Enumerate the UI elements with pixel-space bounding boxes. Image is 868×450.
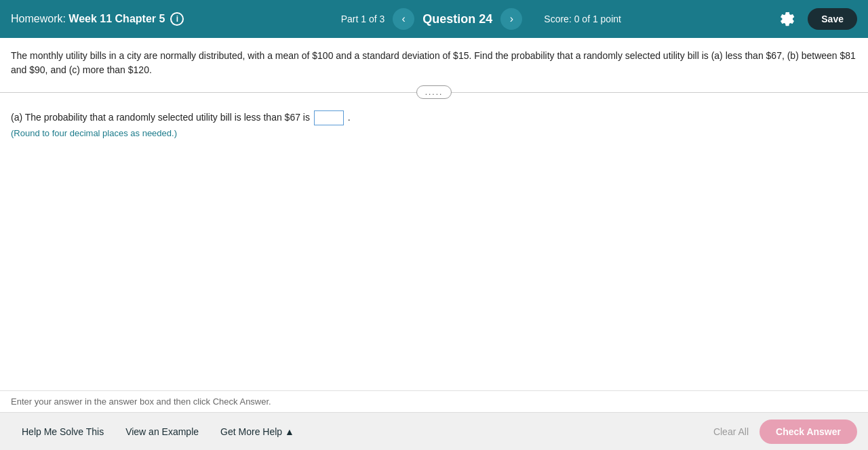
part-a-after: . bbox=[348, 112, 351, 123]
answer-section: (a) The probability that a randomly sele… bbox=[0, 102, 868, 144]
clear-all-button[interactable]: Clear All bbox=[713, 426, 749, 437]
header: Homework: Week 11 Chapter 5 i Part 1 of … bbox=[0, 0, 868, 38]
help-me-solve-button[interactable]: Help Me Solve This bbox=[11, 421, 115, 443]
question-label: Question 24 bbox=[422, 12, 492, 26]
question-text: The monthly utility bills in a city are … bbox=[0, 38, 868, 83]
homework-name: Week 11 Chapter 5 bbox=[68, 13, 165, 24]
part-a-before: (a) The probability that a randomly sele… bbox=[11, 112, 310, 123]
homework-title: Homework: Week 11 Chapter 5 bbox=[11, 13, 165, 25]
score-label: Score: 0 of 1 point bbox=[544, 14, 621, 24]
get-more-help-button[interactable]: Get More Help ▲ bbox=[210, 421, 305, 443]
main-content: The monthly utility bills in a city are … bbox=[0, 38, 868, 412]
info-icon[interactable]: i bbox=[170, 12, 184, 26]
part-a-text: (a) The probability that a randomly sele… bbox=[11, 110, 857, 125]
footer-instruction: Enter your answer in the answer box and … bbox=[0, 390, 868, 412]
check-answer-button[interactable]: Check Answer bbox=[760, 420, 857, 444]
settings-icon[interactable] bbox=[778, 9, 797, 28]
divider-left bbox=[0, 92, 416, 93]
footer-bar: Help Me Solve This View an Example Get M… bbox=[0, 412, 868, 450]
next-button[interactable]: › bbox=[500, 8, 522, 30]
footer-right: Clear All Check Answer bbox=[713, 420, 857, 444]
instruction-area bbox=[0, 144, 868, 390]
homework-prefix: Homework: bbox=[11, 13, 66, 24]
round-note: (Round to four decimal places as needed.… bbox=[11, 128, 857, 138]
prev-button[interactable]: ‹ bbox=[393, 8, 414, 30]
view-example-button[interactable]: View an Example bbox=[115, 421, 210, 443]
part-label: Part 1 of 3 bbox=[341, 14, 385, 24]
divider-row: ..... bbox=[0, 83, 868, 102]
header-right: Save bbox=[778, 8, 857, 30]
header-center: Part 1 of 3 ‹ Question 24 › Score: 0 of … bbox=[341, 8, 621, 30]
save-button[interactable]: Save bbox=[808, 8, 857, 30]
divider-right bbox=[452, 92, 868, 93]
dots-button[interactable]: ..... bbox=[416, 85, 452, 99]
answer-input[interactable] bbox=[314, 110, 344, 125]
